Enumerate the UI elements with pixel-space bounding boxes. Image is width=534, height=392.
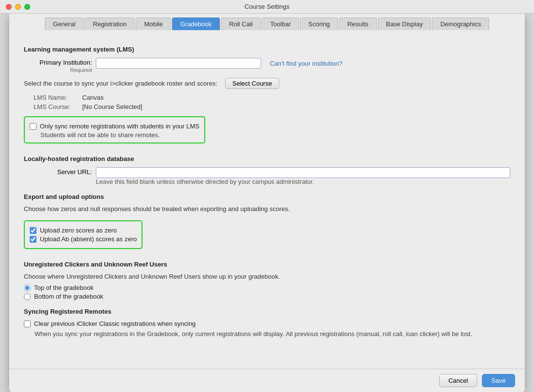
upload-absent-checkbox[interactable] (30, 236, 36, 243)
only-sync-highlight-box: Only sync remote registrations with stud… (24, 116, 205, 143)
window-controls[interactable] (6, 4, 30, 10)
tab-registration[interactable]: Registration (85, 18, 135, 30)
tab-results[interactable]: Results (339, 18, 376, 30)
lms-course-label: LMS Course: (34, 103, 82, 110)
upload-absent-row: Upload Ab (absent) scores as zero (30, 235, 137, 243)
lms-section: Learning management system (LMS) Primary… (24, 46, 510, 147)
lms-name-label: LMS Name: (34, 94, 82, 101)
lms-name-row: LMS Name: Canvas (34, 94, 510, 101)
bottom-gradebook-row: Bottom of the gradebook (24, 293, 510, 300)
clear-registrations-label: Clear previous iClicker Classic registra… (34, 320, 196, 327)
maximize-button[interactable] (24, 4, 30, 10)
select-course-button[interactable]: Select Course (225, 78, 280, 89)
cancel-button[interactable]: Cancel (439, 374, 477, 387)
unregistered-description: Choose where Unregistered Clickers and U… (24, 273, 510, 280)
close-button[interactable] (6, 4, 12, 10)
syncing-header: Syncing Registered Remotes (24, 308, 510, 315)
tab-demographics[interactable]: Demographics (432, 18, 489, 30)
export-description: Choose how zeros and null responses shou… (24, 205, 510, 213)
title-bar: Course Settings (0, 0, 534, 14)
local-db-header: Locally-hosted registration database (24, 155, 510, 162)
only-sync-checkbox[interactable] (30, 123, 36, 130)
unregistered-section: Unregistered Clickers and Unknown Reef U… (24, 261, 510, 300)
top-gradebook-label: Top of the gradebook (34, 284, 93, 291)
only-sync-row: Only sync remote registrations with stud… (30, 123, 199, 130)
only-sync-note: Students will not be able to share remot… (40, 131, 199, 139)
footer-bar: Cancel Save (9, 369, 525, 392)
server-url-label-col: Server URL: (24, 167, 92, 176)
lms-course-value: [No Course Selected] (82, 103, 142, 110)
bottom-gradebook-radio[interactable] (24, 293, 31, 300)
server-url-label: Server URL: (57, 168, 92, 176)
local-db-section: Locally-hosted registration database Ser… (24, 155, 510, 185)
tab-scoring[interactable]: Scoring (300, 18, 338, 30)
only-sync-label: Only sync remote registrations with stud… (40, 123, 199, 130)
export-section: Export and upload options Choose how zer… (24, 193, 510, 253)
save-button[interactable]: Save (482, 374, 515, 387)
primary-institution-label: Primary Institution: (39, 59, 92, 66)
top-gradebook-radio[interactable] (24, 285, 31, 291)
clear-registrations-row: Clear previous iClicker Classic registra… (24, 320, 510, 327)
syncing-section: Syncing Registered Remotes Clear previou… (24, 308, 510, 339)
required-label: Required (70, 67, 92, 73)
server-url-hint: Leave this field blank unless otherwise … (96, 178, 314, 185)
tabs-bar: General Registration Mobile Gradebook Ro… (9, 14, 525, 30)
unregistered-header: Unregistered Clickers and Unknown Reef U… (24, 261, 510, 268)
tab-general[interactable]: General (45, 18, 84, 30)
minimize-button[interactable] (15, 4, 21, 10)
upload-zeros-checkbox[interactable] (30, 227, 36, 234)
lms-section-header: Learning management system (LMS) (24, 46, 510, 53)
primary-institution-row: Primary Institution: Required Can't find… (24, 58, 510, 73)
tab-gradebook[interactable]: Gradebook (172, 18, 220, 30)
upload-absent-label: Upload Ab (absent) scores as zero (40, 235, 137, 243)
window-title: Course Settings (245, 3, 290, 10)
top-gradebook-row: Top of the gradebook (24, 284, 510, 291)
export-header: Export and upload options (24, 193, 510, 200)
sync-description: Select the course to sync your i>clicker… (24, 80, 217, 87)
export-options-highlight-box: Upload zero scores as zero Upload Ab (ab… (24, 220, 142, 249)
server-url-row: Server URL: (24, 167, 510, 178)
main-window: General Registration Mobile Gradebook Ro… (9, 14, 525, 392)
lms-course-row: LMS Course: [No Course Selected] (34, 103, 510, 110)
tab-rollcall[interactable]: Roll Call (221, 18, 261, 30)
select-course-row: Select the course to sync your i>clicker… (24, 78, 510, 89)
upload-zeros-row: Upload zero scores as zero (30, 227, 137, 234)
bottom-gradebook-label: Bottom of the gradebook (34, 293, 103, 300)
tab-basedisplay[interactable]: Base Display (378, 18, 431, 30)
primary-institution-input[interactable] (96, 58, 261, 69)
upload-zeros-label: Upload zero scores as zero (40, 227, 117, 234)
primary-institution-label-col: Primary Institution: Required (24, 58, 92, 73)
tab-mobile[interactable]: Mobile (136, 18, 171, 30)
clear-registrations-checkbox[interactable] (24, 321, 31, 327)
cant-find-link[interactable]: Can't find your institution? (270, 60, 342, 67)
lms-name-value: Canvas (82, 94, 104, 101)
server-url-input[interactable] (96, 167, 510, 178)
tab-toolbar[interactable]: Toolbar (262, 18, 299, 30)
content-area: Learning management system (LMS) Primary… (9, 30, 525, 369)
syncing-note: When you sync your registrations in the … (35, 330, 472, 338)
